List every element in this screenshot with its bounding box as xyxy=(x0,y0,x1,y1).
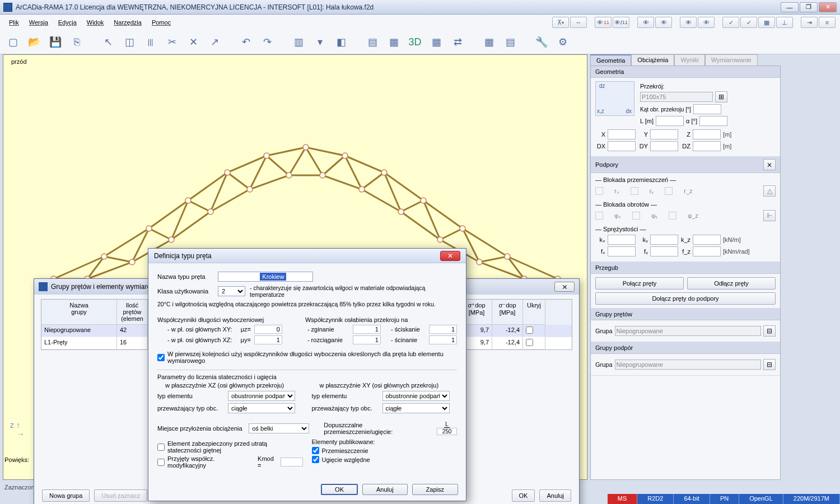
nazwa-input[interactable]: Krokiew xyxy=(218,272,313,282)
fx-input[interactable] xyxy=(608,246,636,256)
usun-grupa-button[interactable]: Usuń zaznacz xyxy=(94,489,147,502)
muz-input[interactable] xyxy=(254,325,282,334)
przekroj-browse-button[interactable]: ⊞ xyxy=(715,91,727,102)
matrix-icon[interactable]: ▦ xyxy=(428,34,445,50)
maximize-button[interactable]: ❐ xyxy=(800,2,818,12)
results-icon[interactable]: ▤ xyxy=(502,34,519,50)
grupa-pretow-browse[interactable]: ⊟ xyxy=(763,325,776,337)
grupa-pretow-select[interactable] xyxy=(615,326,761,336)
menu-narzedzia[interactable]: Narzędzia xyxy=(109,17,146,27)
przewaz-xz-select[interactable]: ciągłe xyxy=(228,403,295,413)
end-icon[interactable]: ⊥ xyxy=(776,17,793,28)
przyjety-checkbox[interactable] xyxy=(157,459,165,466)
tab-wyniki[interactable]: Wyniki xyxy=(674,54,704,66)
open-file-icon[interactable]: 📂 xyxy=(26,34,43,50)
menu-edycja[interactable]: Edycja xyxy=(54,17,81,27)
grid-icon[interactable]: ▦ xyxy=(758,17,775,28)
columns-icon[interactable]: ▥ xyxy=(290,34,307,50)
more-icon[interactable]: ≡ xyxy=(819,17,836,28)
grid-tool-icon[interactable]: ⫼ xyxy=(142,34,159,50)
check-2[interactable]: ✓ xyxy=(740,17,757,28)
dialog-anuluj-button[interactable]: Anuluj xyxy=(362,484,408,495)
dolacz-button[interactable]: Dołącz pręty do podpory xyxy=(595,292,776,305)
chart-icon[interactable]: ✕ xyxy=(185,34,202,50)
hide-checkbox-1[interactable] xyxy=(526,339,533,346)
groups-window-close[interactable]: ⨯ xyxy=(554,282,575,292)
grupa-podpor-browse[interactable]: ⊟ xyxy=(763,359,776,370)
tab-wymiarowanie[interactable]: Wymiarowanie xyxy=(705,54,758,66)
gear-icon[interactable]: ⚙ xyxy=(554,34,571,50)
filter-icon[interactable]: ▾ xyxy=(311,34,328,50)
select-icon[interactable]: ↖ xyxy=(100,34,116,50)
redo-icon[interactable]: ↷ xyxy=(259,34,276,50)
dim-toggle[interactable]: ↔ xyxy=(570,17,587,28)
alpha-input[interactable] xyxy=(699,116,727,126)
check-1[interactable]: ✓ xyxy=(722,17,739,28)
ky-input[interactable] xyxy=(650,235,678,245)
zgin-input[interactable] xyxy=(353,325,381,334)
eye-4[interactable]: 👁 xyxy=(655,17,672,28)
przekroj-select[interactable] xyxy=(640,92,713,102)
Y-input[interactable] xyxy=(650,129,678,139)
kat-input[interactable] xyxy=(693,104,721,114)
eye-3[interactable]: 👁 xyxy=(637,17,654,28)
hide-checkbox-0[interactable] xyxy=(526,326,533,334)
copy-arrow-icon[interactable]: ↗ xyxy=(206,34,223,50)
groups-anuluj-button[interactable]: Anuluj xyxy=(539,489,571,502)
minimize-button[interactable]: — xyxy=(781,2,799,12)
menu-wersja[interactable]: Wersja xyxy=(25,17,53,27)
grupa-podpor-select[interactable] xyxy=(615,360,761,370)
typel-xy-select[interactable]: obustronnie podparty xyxy=(382,391,450,401)
kz-input[interactable] xyxy=(693,235,721,245)
calc-icon[interactable]: ▦ xyxy=(480,34,497,50)
podpory-clear-button[interactable]: ⨯ xyxy=(763,159,776,170)
nowa-grupa-button[interactable]: Nowa grupa xyxy=(42,489,90,502)
menu-plik[interactable]: Plik xyxy=(4,17,24,27)
dialog-ok-button[interactable]: OK xyxy=(321,484,358,495)
fixed-support-button[interactable]: △ xyxy=(763,185,776,197)
DX-input[interactable] xyxy=(608,141,636,151)
scin-input[interactable] xyxy=(429,335,457,344)
ugie-denominator-input[interactable] xyxy=(437,428,457,435)
klasa-select[interactable]: 2 xyxy=(218,286,245,296)
xfer-icon[interactable]: ⇄ xyxy=(449,34,466,50)
rozc-input[interactable] xyxy=(353,335,381,344)
DY-input[interactable] xyxy=(650,141,678,151)
typel-xz-select[interactable]: obustronnie podparty xyxy=(228,391,295,401)
ugie-checkbox[interactable] xyxy=(312,456,319,463)
eye-2[interactable]: 👁/11 xyxy=(613,17,629,28)
3d-icon[interactable]: 3D xyxy=(407,34,423,50)
eye-6[interactable]: 👁 xyxy=(698,17,715,28)
export-icon[interactable]: ⎘ xyxy=(68,34,85,50)
miejsce-select[interactable]: oś belki xyxy=(249,423,309,433)
muy-input[interactable] xyxy=(254,335,282,344)
save-file-icon[interactable]: 💾 xyxy=(47,34,64,50)
scis-input[interactable] xyxy=(429,325,457,334)
layers-icon[interactable]: ◧ xyxy=(333,34,349,50)
polacz-button[interactable]: Połącz pręty xyxy=(595,277,684,290)
wrench-icon[interactable]: 🔧 xyxy=(533,34,550,50)
close-button[interactable]: ✕ xyxy=(819,2,837,12)
przem-checkbox[interactable] xyxy=(312,447,319,454)
lasso-icon[interactable]: ◫ xyxy=(121,34,138,50)
menu-widok[interactable]: Widok xyxy=(82,17,109,27)
odlacz-button[interactable]: Odłącz pręty xyxy=(687,277,776,290)
kmod-input[interactable] xyxy=(281,458,303,466)
L-input[interactable] xyxy=(656,116,684,126)
dialog-close-button[interactable]: ✕ xyxy=(440,251,460,261)
groups-ok-button[interactable]: OK xyxy=(512,489,535,502)
table-icon[interactable]: ▦ xyxy=(385,34,402,50)
tab-obciazenia[interactable]: Obciążenia xyxy=(631,54,674,66)
kx-input[interactable] xyxy=(608,235,636,245)
Z-input[interactable] xyxy=(693,129,721,139)
undo-icon[interactable]: ↶ xyxy=(237,34,254,50)
menu-pomoc[interactable]: Pomoc xyxy=(147,17,175,27)
dialog-zapisz-button[interactable]: Zapisz xyxy=(412,484,458,495)
force-toggle[interactable]: ⊼▾ xyxy=(552,17,569,28)
eye-5[interactable]: 👁 xyxy=(680,17,697,28)
report-icon[interactable]: ▤ xyxy=(364,34,381,50)
DZ-input[interactable] xyxy=(693,141,721,151)
tab-geometria[interactable]: Geometria xyxy=(590,54,631,66)
przewaz-xy-select[interactable]: ciągłe xyxy=(382,403,450,413)
X-input[interactable] xyxy=(608,129,636,139)
